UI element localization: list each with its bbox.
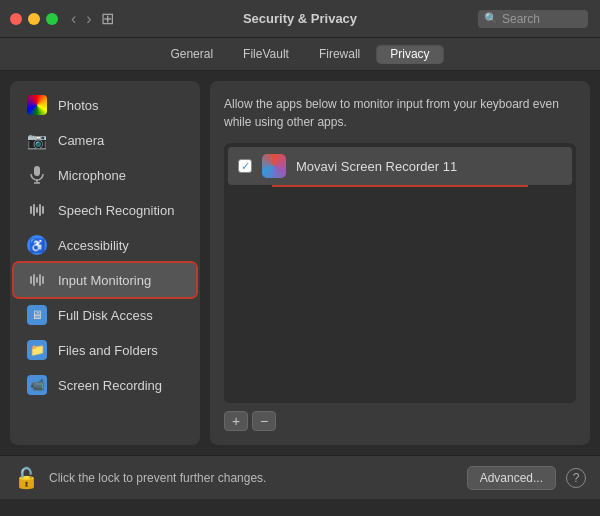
- svg-rect-8: [30, 276, 32, 284]
- sidebar-label-speech-recognition: Speech Recognition: [58, 203, 174, 218]
- titlebar: ‹ › ⊞ Security & Privacy 🔍: [0, 0, 600, 38]
- sidebar-item-speech-recognition[interactable]: Speech Recognition: [14, 193, 196, 227]
- microphone-icon: [26, 164, 48, 186]
- svg-rect-4: [33, 204, 35, 216]
- forward-button[interactable]: ›: [83, 10, 94, 28]
- sidebar-label-camera: Camera: [58, 133, 104, 148]
- svg-rect-10: [36, 277, 38, 283]
- input-monitoring-icon: [26, 269, 48, 291]
- back-button[interactable]: ‹: [68, 10, 79, 28]
- apps-list: ✓ Movavi Screen Recorder 11: [224, 143, 576, 403]
- svg-rect-9: [33, 274, 35, 286]
- sidebar-label-screen-recording: Screen Recording: [58, 378, 162, 393]
- sidebar-item-microphone[interactable]: Microphone: [14, 158, 196, 192]
- close-button[interactable]: [10, 13, 22, 25]
- right-panel: Allow the apps below to monitor input fr…: [210, 81, 590, 445]
- tab-privacy[interactable]: Privacy: [376, 44, 443, 64]
- sidebar-label-input-monitoring: Input Monitoring: [58, 273, 151, 288]
- sidebar-item-accessibility[interactable]: ♿ Accessibility: [14, 228, 196, 262]
- lock-icon[interactable]: 🔓: [14, 466, 39, 490]
- svg-rect-11: [39, 274, 41, 286]
- movavi-icon: [262, 154, 286, 178]
- tab-general[interactable]: General: [156, 44, 227, 64]
- tabbar: General FileVault Firewall Privacy: [0, 38, 600, 71]
- svg-rect-12: [42, 276, 44, 284]
- maximize-button[interactable]: [46, 13, 58, 25]
- lock-text: Click the lock to prevent further change…: [49, 471, 457, 485]
- advanced-button[interactable]: Advanced...: [467, 466, 556, 490]
- speech-recognition-icon: [26, 199, 48, 221]
- traffic-lights: [10, 13, 58, 25]
- movavi-checkbox[interactable]: ✓: [238, 159, 252, 173]
- svg-rect-6: [39, 204, 41, 216]
- search-icon: 🔍: [484, 12, 498, 25]
- minimize-button[interactable]: [28, 13, 40, 25]
- search-box[interactable]: 🔍: [478, 10, 588, 28]
- sidebar-item-camera[interactable]: 📷 Camera: [14, 123, 196, 157]
- screen-recording-icon: 📹: [26, 374, 48, 396]
- files-and-folders-icon: 📁: [26, 339, 48, 361]
- photos-icon: [26, 94, 48, 116]
- bottombar: 🔓 Click the lock to prevent further chan…: [0, 455, 600, 499]
- app-underline: [272, 185, 528, 187]
- accessibility-icon: ♿: [26, 234, 48, 256]
- sidebar-label-microphone: Microphone: [58, 168, 126, 183]
- sidebar-item-files-and-folders[interactable]: 📁 Files and Folders: [14, 333, 196, 367]
- grid-button[interactable]: ⊞: [101, 9, 114, 28]
- window-title: Security & Privacy: [243, 11, 357, 26]
- tab-firewall[interactable]: Firewall: [305, 44, 374, 64]
- search-input[interactable]: [502, 12, 582, 26]
- sidebar-label-full-disk-access: Full Disk Access: [58, 308, 153, 323]
- sidebar: Photos 📷 Camera Microphone: [10, 81, 200, 445]
- svg-rect-0: [34, 166, 40, 176]
- svg-rect-5: [36, 207, 38, 213]
- add-app-button[interactable]: +: [224, 411, 248, 431]
- panel-buttons: + −: [224, 411, 576, 431]
- sidebar-label-accessibility: Accessibility: [58, 238, 129, 253]
- svg-rect-3: [30, 206, 32, 214]
- app-item-movavi[interactable]: ✓ Movavi Screen Recorder 11: [228, 147, 572, 185]
- tab-filevault[interactable]: FileVault: [229, 44, 303, 64]
- sidebar-label-photos: Photos: [58, 98, 98, 113]
- sidebar-item-full-disk-access[interactable]: 🖥 Full Disk Access: [14, 298, 196, 332]
- remove-app-button[interactable]: −: [252, 411, 276, 431]
- full-disk-access-icon: 🖥: [26, 304, 48, 326]
- sidebar-item-photos[interactable]: Photos: [14, 88, 196, 122]
- sidebar-item-screen-recording[interactable]: 📹 Screen Recording: [14, 368, 196, 402]
- panel-description: Allow the apps below to monitor input fr…: [224, 95, 576, 131]
- nav-arrows: ‹ ›: [68, 10, 95, 28]
- main-content: Photos 📷 Camera Microphone: [0, 71, 600, 455]
- sidebar-item-input-monitoring[interactable]: Input Monitoring: [14, 263, 196, 297]
- sidebar-label-files-and-folders: Files and Folders: [58, 343, 158, 358]
- svg-rect-7: [42, 206, 44, 214]
- movavi-name: Movavi Screen Recorder 11: [296, 159, 562, 174]
- camera-icon: 📷: [26, 129, 48, 151]
- help-button[interactable]: ?: [566, 468, 586, 488]
